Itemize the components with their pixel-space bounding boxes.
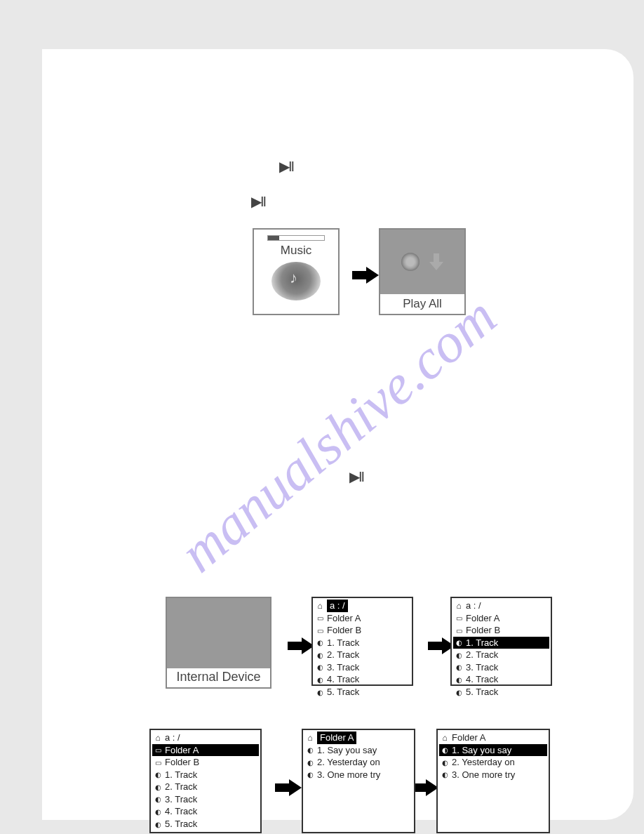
list-item-label: 1. Track [165, 769, 197, 781]
play-all-tile: Play All [379, 228, 466, 315]
internal-device-tile: Internal Device [166, 597, 271, 689]
list-item-label: 3. One more try [317, 769, 380, 781]
list-header-label: a : / [165, 732, 180, 744]
list-item: 1. Track [152, 769, 259, 781]
list-header-label: Folder A [317, 732, 356, 744]
list-item-label: 1. Say you say [452, 744, 511, 757]
file-icon [316, 674, 324, 685]
list-item-label: 3. One more try [452, 769, 515, 781]
list-header: a : / [152, 732, 259, 744]
list-item-label: 5. Track [466, 686, 498, 699]
watermark-text: manualshive.com [168, 284, 509, 585]
list-item-label: 3. Track [327, 661, 359, 674]
home-icon [316, 600, 324, 611]
list-item: 2. Track [152, 781, 259, 793]
list-item-label: 4. Track [327, 673, 359, 686]
play-pause-icon: ▶II [251, 193, 265, 210]
file-list-panel-4: Folder A1. Say you say2. Yesterday on3. … [302, 729, 415, 833]
list-item: 2. Track [453, 649, 549, 661]
internal-device-label: Internal Device [167, 668, 270, 684]
folder-icon [154, 744, 162, 755]
list-item: 2. Yesterday on [439, 756, 547, 769]
list-item: 4. Track [152, 805, 259, 818]
list-item-label: Folder A [466, 612, 499, 625]
arrow-right-icon [289, 779, 302, 796]
file-icon [154, 793, 162, 805]
file-icon [455, 637, 463, 648]
file-icon [455, 649, 463, 661]
down-arrow-icon [429, 253, 443, 270]
arrow-right-icon [366, 267, 379, 284]
folder-icon [455, 612, 463, 623]
file-icon [316, 637, 324, 648]
list-item-label: 1. Track [466, 637, 498, 649]
file-list-panel-1: a : /Folder AFolder B1. Track2. Track3. … [311, 597, 413, 686]
file-icon [154, 781, 162, 793]
list-item: 1. Say you say [304, 744, 412, 757]
list-header-label: a : / [466, 600, 481, 612]
file-list-panel-2: a : /Folder AFolder B1. Track2. Track3. … [450, 597, 552, 686]
file-icon [441, 769, 449, 780]
list-item: 4. Track [314, 673, 410, 686]
list-item: Folder B [152, 756, 259, 769]
list-item: 5. Track [453, 686, 549, 699]
list-item: Folder A [152, 744, 259, 757]
home-icon [154, 732, 162, 743]
file-icon [455, 674, 463, 685]
file-icon [455, 687, 463, 698]
list-header: a : / [314, 600, 410, 612]
file-icon [441, 757, 449, 768]
repeat-icon [401, 253, 420, 271]
list-item: 3. One more try [304, 769, 412, 781]
list-item-label: 1. Track [327, 637, 359, 649]
list-item-label: 5. Track [327, 686, 359, 699]
file-icon [154, 819, 162, 830]
list-item-label: 2. Track [466, 649, 498, 661]
list-item-label: 2. Track [327, 649, 359, 661]
list-item-label: 2. Track [165, 781, 197, 793]
file-icon [441, 744, 449, 755]
list-header: Folder A [439, 732, 547, 744]
list-item: 1. Track [453, 637, 549, 649]
home-icon [306, 732, 314, 743]
file-icon [154, 769, 162, 780]
list-header-label: Folder A [452, 732, 485, 744]
list-item: 1. Track [314, 637, 410, 649]
music-note-icon [271, 262, 321, 300]
list-header: Folder A [304, 732, 412, 744]
list-item-label: 3. Track [165, 793, 197, 806]
file-icon [316, 661, 324, 673]
document-page: manualshive.com ▶II ▶II Music Play All ▶… [42, 49, 633, 820]
list-item: Folder B [314, 624, 410, 637]
list-item-label: 4. Track [466, 673, 498, 686]
list-item-label: 4. Track [165, 805, 197, 818]
play-pause-icon: ▶II [349, 468, 363, 485]
file-list-panel-5: Folder A1. Say you say2. Yesterday on3. … [436, 729, 550, 833]
list-item-label: 3. Track [466, 661, 498, 674]
home-icon [455, 600, 463, 611]
play-all-label: Play All [380, 294, 464, 311]
list-header-label: a : / [327, 600, 348, 612]
home-icon [441, 732, 449, 743]
list-item: 2. Track [314, 649, 410, 661]
list-item: 5. Track [152, 818, 259, 830]
list-item-label: Folder B [165, 756, 199, 769]
file-icon [306, 757, 314, 768]
file-list-panel-3: a : /Folder AFolder B1. Track2. Track3. … [149, 729, 262, 833]
internal-device-icons [167, 598, 270, 668]
list-header: a : / [453, 600, 549, 612]
play-pause-icon: ▶II [279, 158, 293, 175]
list-item-label: Folder A [327, 612, 361, 625]
list-item-label: 2. Yesterday on [317, 756, 380, 769]
list-item: 1. Say you say [439, 744, 547, 757]
folder-icon [316, 625, 324, 636]
folder-icon [316, 612, 324, 623]
list-item-label: Folder B [327, 624, 361, 637]
music-menu-tile: Music [253, 228, 340, 315]
play-all-icons [380, 230, 464, 294]
file-icon [306, 744, 314, 755]
file-icon [316, 687, 324, 698]
list-item-label: 2. Yesterday on [452, 756, 515, 769]
folder-icon [455, 625, 463, 636]
list-item: Folder B [453, 624, 549, 637]
